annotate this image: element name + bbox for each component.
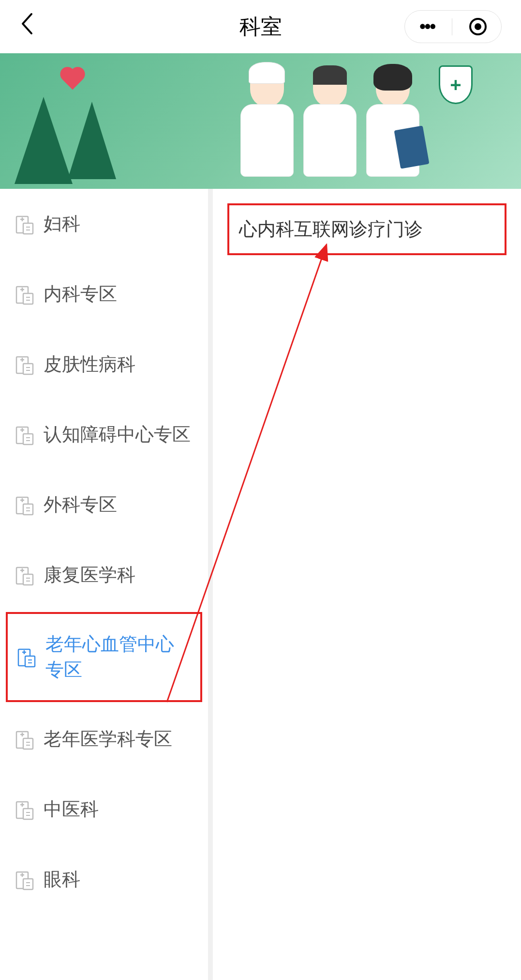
department-icon <box>15 284 34 305</box>
department-icon <box>15 729 34 750</box>
department-icon <box>15 424 34 445</box>
svg-rect-19 <box>23 434 33 444</box>
svg-rect-37 <box>25 656 35 667</box>
sidebar-item[interactable]: 内科专区 <box>0 259 208 329</box>
department-icon <box>16 646 36 668</box>
sidebar-item[interactable]: 外科专区 <box>0 470 208 540</box>
clinic-panel: 心内科互联网诊疗门诊 <box>213 189 521 980</box>
sidebar-item-label: 妇科 <box>44 211 80 237</box>
sidebar-item[interactable]: 眼科 <box>0 844 208 915</box>
target-icon[interactable] <box>469 18 487 35</box>
header-actions: ••• <box>404 10 502 43</box>
sidebar-item-label: 康复医学科 <box>44 562 135 588</box>
chevron-left-icon <box>19 12 35 36</box>
sidebar-item[interactable]: 认知障碍中心专区 <box>0 399 208 470</box>
sidebar-item[interactable]: 妇科 <box>0 189 208 259</box>
sidebar-item-label: 皮肤性病科 <box>44 352 135 377</box>
svg-rect-55 <box>23 879 33 889</box>
svg-rect-1 <box>23 223 33 234</box>
clinic-option[interactable]: 心内科互联网诊疗门诊 <box>227 203 506 255</box>
department-icon <box>15 214 34 235</box>
more-icon[interactable]: ••• <box>419 16 435 37</box>
department-icon <box>15 494 34 516</box>
department-sidebar[interactable]: 妇科 内科专区 皮肤性病科 认知障碍中心专区 外科专区 <box>0 189 213 980</box>
content-area: 妇科 内科专区 皮肤性病科 认知障碍中心专区 外科专区 <box>0 189 521 980</box>
sidebar-item[interactable]: 老年心血管中心专区 <box>6 612 202 702</box>
tree-decoration <box>15 97 73 184</box>
department-icon <box>15 869 34 890</box>
sidebar-item[interactable]: 老年医学科专区 <box>0 704 208 774</box>
back-button[interactable] <box>19 12 35 42</box>
sidebar-item-label: 内科专区 <box>44 281 117 307</box>
department-icon <box>15 354 34 375</box>
svg-rect-25 <box>23 504 33 515</box>
sidebar-item-label: 眼科 <box>44 867 80 892</box>
svg-rect-49 <box>23 809 33 819</box>
action-divider <box>452 18 452 35</box>
department-icon <box>15 565 34 586</box>
page-title: 科室 <box>239 13 282 41</box>
sidebar-item-label: 中医科 <box>44 796 99 822</box>
sidebar-item[interactable]: 康复医学科 <box>0 540 208 610</box>
sidebar-item-label: 老年心血管中心专区 <box>45 631 192 683</box>
sidebar-item-label: 老年医学科专区 <box>44 726 172 752</box>
department-icon <box>15 799 34 820</box>
doctors-illustration <box>236 68 424 189</box>
sidebar-item-label: 认知障碍中心专区 <box>44 422 191 447</box>
svg-rect-13 <box>23 364 33 374</box>
sidebar-item[interactable]: 皮肤性病科 <box>0 329 208 399</box>
sidebar-item[interactable]: 中医科 <box>0 774 208 844</box>
svg-rect-31 <box>23 574 33 585</box>
header-bar: 科室 ••• <box>0 0 521 53</box>
sidebar-item-label: 外科专区 <box>44 492 117 518</box>
tree-decoration <box>68 102 116 179</box>
svg-rect-7 <box>23 293 33 304</box>
shield-icon: + <box>439 65 473 104</box>
heart-icon <box>58 68 87 94</box>
banner-image: + <box>0 53 521 189</box>
svg-rect-43 <box>23 738 33 749</box>
